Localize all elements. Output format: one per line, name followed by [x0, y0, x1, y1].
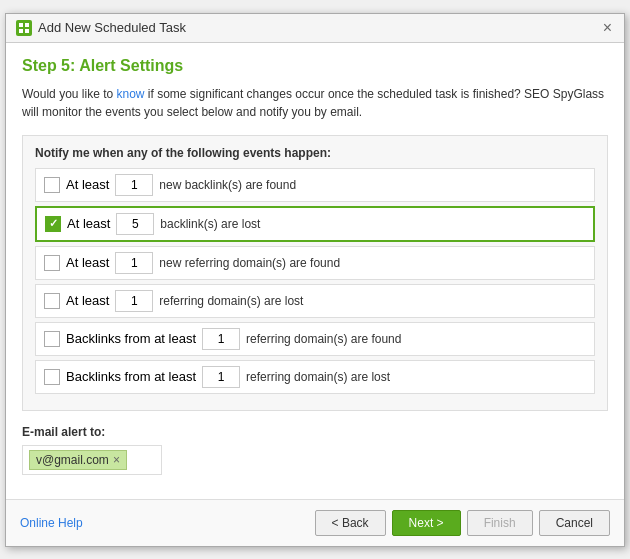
step-description: Would you like to know if some significa…: [22, 85, 608, 121]
event-number-2[interactable]: [116, 213, 154, 235]
task-icon: [16, 20, 32, 36]
dialog-footer: Online Help < Back Next > Finish Cancel: [6, 499, 624, 546]
event-checkbox-4[interactable]: [44, 293, 60, 309]
dialog-container: Add New Scheduled Task × Step 5: Alert S…: [5, 13, 625, 547]
event-text-3: new referring domain(s) are found: [159, 256, 340, 270]
step-title: Step 5: Alert Settings: [22, 57, 608, 75]
event-row-4: At least referring domain(s) are lost: [35, 284, 595, 318]
svg-rect-3: [25, 29, 29, 33]
event-text-4: referring domain(s) are lost: [159, 294, 303, 308]
next-button[interactable]: Next >: [392, 510, 461, 536]
dialog-title: Add New Scheduled Task: [38, 20, 186, 35]
title-bar-left: Add New Scheduled Task: [16, 20, 186, 36]
event-prefix-3: At least: [66, 255, 109, 270]
event-number-1[interactable]: [115, 174, 153, 196]
svg-rect-2: [19, 29, 23, 33]
event-number-6[interactable]: [202, 366, 240, 388]
event-text-6: referring domain(s) are lost: [246, 370, 390, 384]
events-section: Notify me when any of the following even…: [22, 135, 608, 411]
svg-rect-0: [19, 23, 23, 27]
email-label: E-mail alert to:: [22, 425, 608, 439]
event-prefix-6: Backlinks from at least: [66, 369, 196, 384]
footer-right: < Back Next > Finish Cancel: [315, 510, 610, 536]
cancel-button[interactable]: Cancel: [539, 510, 610, 536]
event-row-5: Backlinks from at least referring domain…: [35, 322, 595, 356]
event-row-6: Backlinks from at least referring domain…: [35, 360, 595, 394]
event-checkbox-6[interactable]: [44, 369, 60, 385]
dialog-content: Step 5: Alert Settings Would you like to…: [6, 43, 624, 499]
event-checkbox-3[interactable]: [44, 255, 60, 271]
event-text-5: referring domain(s) are found: [246, 332, 401, 346]
close-button[interactable]: ×: [601, 20, 614, 36]
events-label: Notify me when any of the following even…: [35, 146, 595, 160]
email-tag-text: v@gmail.com: [36, 453, 109, 467]
event-text-2: backlink(s) are lost: [160, 217, 260, 231]
event-prefix-5: Backlinks from at least: [66, 331, 196, 346]
svg-rect-1: [25, 23, 29, 27]
event-row-2: At least backlink(s) are lost: [35, 206, 595, 242]
event-prefix-2: At least: [67, 216, 110, 231]
event-row-1: At least new backlink(s) are found: [35, 168, 595, 202]
event-checkbox-2[interactable]: [45, 216, 61, 232]
event-number-5[interactable]: [202, 328, 240, 350]
event-prefix-1: At least: [66, 177, 109, 192]
footer-left: Online Help: [20, 516, 83, 530]
email-section: E-mail alert to: v@gmail.com ×: [22, 425, 608, 475]
online-help-link[interactable]: Online Help: [20, 516, 83, 530]
description-link[interactable]: know: [117, 87, 145, 101]
event-text-1: new backlink(s) are found: [159, 178, 296, 192]
back-button[interactable]: < Back: [315, 510, 386, 536]
email-tag-container: v@gmail.com ×: [22, 445, 162, 475]
event-prefix-4: At least: [66, 293, 109, 308]
event-checkbox-1[interactable]: [44, 177, 60, 193]
email-tag: v@gmail.com ×: [29, 450, 127, 470]
finish-button[interactable]: Finish: [467, 510, 533, 536]
event-number-3[interactable]: [115, 252, 153, 274]
event-row-3: At least new referring domain(s) are fou…: [35, 246, 595, 280]
event-number-4[interactable]: [115, 290, 153, 312]
event-checkbox-5[interactable]: [44, 331, 60, 347]
email-tag-close-button[interactable]: ×: [113, 454, 120, 466]
title-bar: Add New Scheduled Task ×: [6, 14, 624, 43]
